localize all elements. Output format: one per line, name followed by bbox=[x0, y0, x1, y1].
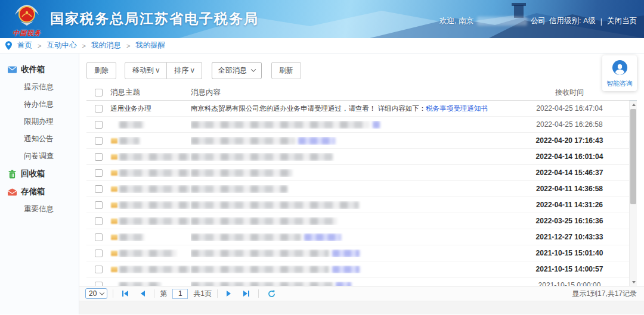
column-header-subject: 消息主题 bbox=[110, 88, 191, 98]
unread-mark bbox=[111, 235, 117, 240]
sidebar-subitem[interactable]: 通知公告 bbox=[0, 130, 79, 148]
sidebar-subitem[interactable]: 限期办理 bbox=[0, 113, 79, 130]
move-sort-button-group: 移动到 v 排序 v bbox=[125, 62, 202, 79]
close-page-link[interactable]: 关闭当页 bbox=[607, 16, 637, 26]
redacted-content bbox=[191, 121, 370, 129]
refresh-icon bbox=[268, 290, 275, 298]
prev-page-button[interactable] bbox=[137, 289, 148, 298]
row-checkbox[interactable] bbox=[95, 185, 103, 193]
sidebar-item-recycle[interactable]: 回收箱 bbox=[0, 165, 79, 183]
logo-caption: 中国税务 bbox=[7, 29, 47, 38]
breadcrumb-my-messages[interactable]: 我的消息 bbox=[91, 40, 121, 51]
row-checkbox[interactable] bbox=[95, 249, 103, 257]
message-row[interactable]: 2021-12-27 10:43:33 bbox=[86, 229, 637, 245]
sidebar-subitem[interactable]: 重要信息 bbox=[0, 201, 79, 218]
message-rows: 通用业务办理南京科杰贸易有限公司您的通办业务申请受理通过，请查看！ 详细内容如下… bbox=[86, 101, 637, 286]
message-row[interactable]: 2022-04-25 16:26:58 bbox=[86, 117, 637, 133]
row-checkbox[interactable] bbox=[95, 201, 103, 209]
reload-list-button[interactable] bbox=[264, 289, 279, 299]
row-checkbox[interactable] bbox=[95, 233, 103, 241]
pager-divider bbox=[113, 289, 113, 298]
receive-time: 2022-04-20 17:16:43 bbox=[510, 136, 629, 145]
message-filter-select[interactable]: 全部消息 bbox=[212, 62, 262, 79]
scroll-up-icon[interactable] bbox=[630, 101, 637, 108]
row-checkbox[interactable] bbox=[95, 153, 103, 161]
redacted-content bbox=[191, 217, 337, 225]
receive-time: 2022-04-25 16:47:04 bbox=[510, 104, 629, 113]
redacted-subject bbox=[119, 121, 144, 129]
pager-divider bbox=[154, 289, 154, 298]
redacted-content bbox=[191, 153, 333, 161]
location-pin-icon bbox=[5, 41, 12, 50]
unread-mark bbox=[111, 251, 117, 256]
scrollbar-thumb[interactable] bbox=[630, 109, 636, 204]
row-checkbox[interactable] bbox=[95, 121, 103, 129]
redacted-link bbox=[332, 249, 360, 257]
next-page-icon bbox=[227, 291, 231, 297]
footer-strip bbox=[79, 301, 644, 314]
move-to-button[interactable]: 移动到 v bbox=[125, 62, 167, 79]
row-checkbox[interactable] bbox=[95, 217, 103, 225]
receive-time: 2022-04-14 15:46:37 bbox=[510, 169, 629, 177]
breadcrumb-interaction-center[interactable]: 互动中心 bbox=[47, 40, 76, 51]
sort-button[interactable]: 排序 v bbox=[167, 62, 202, 79]
message-content: 南京科杰贸易有限公司您的通办业务申请受理通过，请查看！ 详细内容如下： bbox=[191, 104, 426, 113]
smart-consult-button[interactable]: 智能咨询 bbox=[602, 55, 637, 91]
delete-button[interactable]: 删除 bbox=[86, 62, 116, 79]
select-all-checkbox[interactable] bbox=[95, 89, 103, 96]
sidebar-item-storage[interactable]: 存储箱 bbox=[0, 183, 79, 201]
page-size-value: 20 bbox=[89, 289, 97, 298]
unread-mark bbox=[111, 267, 117, 272]
row-checkbox[interactable] bbox=[95, 266, 103, 273]
message-row[interactable]: 2021-10-15 0:00:00 bbox=[86, 277, 637, 286]
welcome-text: 欢迎, 南京 bbox=[439, 16, 473, 26]
message-subject: 通用业务办理 bbox=[110, 104, 151, 113]
breadcrumb-home[interactable]: 首页 bbox=[17, 40, 32, 51]
tax-emblem-icon bbox=[13, 2, 41, 28]
scroll-down-icon[interactable] bbox=[630, 279, 637, 286]
page-number-input[interactable] bbox=[172, 289, 188, 299]
message-row[interactable]: 通用业务办理南京科杰贸易有限公司您的通办业务申请受理通过，请查看！ 详细内容如下… bbox=[86, 101, 637, 117]
message-row[interactable]: 2022-04-11 14:31:26 bbox=[86, 197, 637, 213]
message-table: 消息主题 消息内容 接收时间 通用业务办理南京科杰贸易有限公司您的通办业务申请受… bbox=[86, 85, 637, 286]
unread-mark bbox=[111, 154, 117, 160]
message-row[interactable]: 2021-10-15 15:01:40 bbox=[86, 245, 637, 261]
notice-document-link[interactable]: 税务事项受理通知书 bbox=[426, 104, 488, 113]
row-checkbox[interactable] bbox=[95, 137, 103, 145]
message-row[interactable]: 2022-04-20 17:16:43 bbox=[86, 133, 637, 149]
pager-divider bbox=[217, 289, 218, 298]
chevron-down-icon bbox=[250, 67, 255, 71]
receive-time: 2022-04-14 16:01:04 bbox=[510, 152, 629, 161]
sidebar-item-inbox[interactable]: 收件箱 bbox=[0, 61, 79, 79]
redacted-content bbox=[191, 266, 329, 273]
first-page-button[interactable] bbox=[119, 289, 132, 298]
receive-time: 2022-03-25 16:16:36 bbox=[510, 217, 629, 225]
sidebar-item-label: 回收箱 bbox=[21, 169, 45, 179]
vertical-scrollbar[interactable] bbox=[629, 101, 637, 286]
message-row[interactable]: 2022-04-11 14:36:58 bbox=[86, 181, 637, 197]
message-row[interactable]: 2022-04-14 16:01:04 bbox=[86, 149, 637, 165]
redacted-link bbox=[373, 121, 380, 129]
sidebar-subitem[interactable]: 提示信息 bbox=[0, 79, 79, 96]
message-row[interactable]: 2022-03-25 16:16:36 bbox=[86, 213, 637, 229]
app-window: 中国税务 国家税务总局江苏省电子税务局 欢迎, 南京 公司 信用级别: A级 |… bbox=[0, 0, 644, 315]
message-row[interactable]: 2022-04-14 15:46:37 bbox=[86, 165, 637, 181]
redacted-company-name bbox=[477, 17, 527, 26]
breadcrumb-separator: > bbox=[82, 42, 85, 49]
receive-time: 2021-10-15 14:00:57 bbox=[510, 265, 629, 273]
sidebar-subitem[interactable]: 问卷调查 bbox=[0, 148, 79, 165]
column-header-content: 消息内容 bbox=[191, 88, 510, 98]
row-checkbox[interactable] bbox=[95, 105, 103, 113]
chevron-down-icon bbox=[100, 290, 104, 295]
refresh-button[interactable]: 刷新 bbox=[271, 62, 301, 79]
sidebar-subitem[interactable]: 待办信息 bbox=[0, 96, 79, 113]
last-page-button[interactable] bbox=[240, 289, 253, 298]
page-prefix-label: 第 bbox=[160, 289, 167, 299]
message-row[interactable]: 2021-10-15 14:00:57 bbox=[86, 261, 637, 277]
row-checkbox[interactable] bbox=[95, 169, 103, 177]
sidebar-item-label: 收件箱 bbox=[21, 64, 45, 75]
row-checkbox[interactable] bbox=[95, 282, 103, 286]
page-size-select[interactable]: 20 bbox=[85, 288, 107, 299]
unread-mark bbox=[111, 138, 117, 144]
next-page-button[interactable] bbox=[223, 289, 234, 298]
